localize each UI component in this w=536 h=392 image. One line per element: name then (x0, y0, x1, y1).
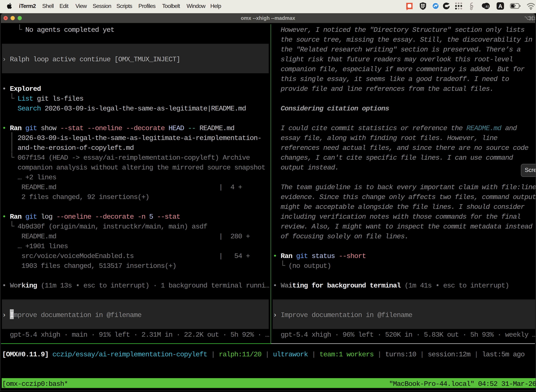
svg-text:1: 1 (534, 16, 535, 21)
svg-text:..61: ..61 (484, 5, 489, 8)
svg-text:A: A (498, 3, 502, 9)
